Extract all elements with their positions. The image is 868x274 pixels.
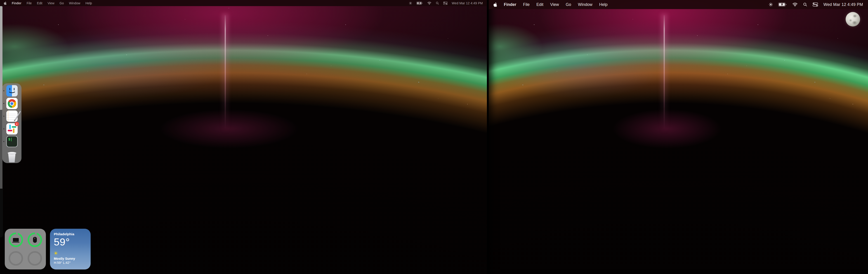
slack-icon — [6, 123, 18, 135]
menu-item-go[interactable]: Go — [566, 2, 571, 7]
sunburst-settings-icon[interactable] — [769, 2, 773, 6]
menu-bar: Finder File Edit View Go Window Help Wed… — [489, 0, 868, 9]
weather-condition: Mostly Sunny — [54, 257, 87, 261]
menu-item-view[interactable]: View — [550, 2, 559, 7]
laptop-battery-ring — [8, 232, 23, 247]
mouse-battery-ring — [28, 232, 42, 247]
mouse-icon — [33, 237, 37, 243]
dock: $| — [2, 83, 22, 163]
trash-icon — [6, 152, 18, 163]
aurora-ray — [664, 15, 664, 130]
menu-item-finder[interactable]: Finder — [504, 2, 516, 7]
weather-city: Philadelphia — [54, 232, 87, 236]
chrome-icon — [6, 98, 18, 109]
pen-glyph — [14, 111, 21, 120]
sunburst-settings-icon[interactable] — [409, 2, 412, 5]
battery-charging-icon[interactable] — [416, 2, 423, 5]
notification-badge — [15, 122, 19, 126]
menubar-clock[interactable]: Wed Mar 12 4:49 PM — [452, 1, 483, 5]
weather-widget[interactable]: Philadelphia 59° Mostly Sunny H:59° L:42… — [50, 229, 91, 270]
menu-item-help[interactable]: Help — [599, 2, 608, 7]
laptop-icon — [13, 238, 19, 242]
menu-item-window[interactable]: Window — [578, 2, 592, 7]
hidden-window-edge[interactable] — [0, 189, 3, 237]
menu-item-edit[interactable]: Edit — [37, 1, 42, 5]
dock-item-slack[interactable] — [6, 123, 18, 135]
terminal-prompt: $| — [8, 137, 12, 141]
right-display: Finder File Edit View Go Window Help Wed… — [489, 0, 868, 274]
dock-item-notes[interactable] — [6, 110, 18, 122]
status-icons: Wed Mar 12 4:49 PM — [409, 1, 483, 5]
dock-item-terminal[interactable]: $| — [6, 136, 18, 147]
menu-item-view[interactable]: View — [48, 1, 54, 5]
sun-icon — [54, 251, 87, 255]
weather-high-low: H:59° L:42° — [54, 261, 87, 265]
finder-icon — [6, 85, 18, 97]
menu-item-edit[interactable]: Edit — [536, 2, 544, 7]
battery-charging-icon[interactable] — [778, 2, 786, 6]
aurora-ray — [225, 15, 225, 130]
menu-item-help[interactable]: Help — [86, 1, 92, 5]
menubar-clock[interactable]: Wed Mar 12 4:49 PM — [824, 2, 863, 7]
notes-icon — [6, 110, 18, 122]
empty-battery-ring — [28, 251, 42, 266]
dock-item-finder[interactable] — [6, 85, 18, 97]
wifi-icon[interactable] — [792, 2, 798, 6]
batteries-widget[interactable] — [5, 229, 46, 270]
spotlight-search-icon[interactable] — [436, 2, 439, 5]
dock-item-chrome[interactable] — [6, 98, 18, 109]
control-center-icon[interactable] — [813, 2, 818, 6]
spotlight-search-icon[interactable] — [803, 2, 807, 6]
weather-temperature: 59° — [54, 236, 87, 248]
empty-battery-ring — [8, 251, 23, 266]
aurora-wallpaper — [489, 0, 868, 274]
status-icons: Wed Mar 12 4:49 PM — [769, 2, 863, 7]
left-display: Finder File Edit View Go Window Help Wed… — [0, 0, 487, 274]
terminal-icon: $| — [6, 136, 18, 147]
control-center-icon[interactable] — [443, 2, 447, 5]
apple-menu[interactable] — [4, 1, 6, 5]
menu-item-go[interactable]: Go — [60, 1, 64, 5]
menu-bar: Finder File Edit View Go Window Help Wed… — [0, 0, 487, 6]
menu-item-window[interactable]: Window — [69, 1, 80, 5]
menu-item-file[interactable]: File — [523, 2, 530, 7]
apple-menu[interactable] — [493, 2, 497, 7]
dock-item-trash[interactable] — [6, 152, 18, 163]
menu-item-finder[interactable]: Finder — [12, 1, 22, 5]
wifi-icon[interactable] — [427, 2, 432, 5]
moon-image — [846, 12, 860, 27]
menu-item-file[interactable]: File — [27, 1, 32, 5]
